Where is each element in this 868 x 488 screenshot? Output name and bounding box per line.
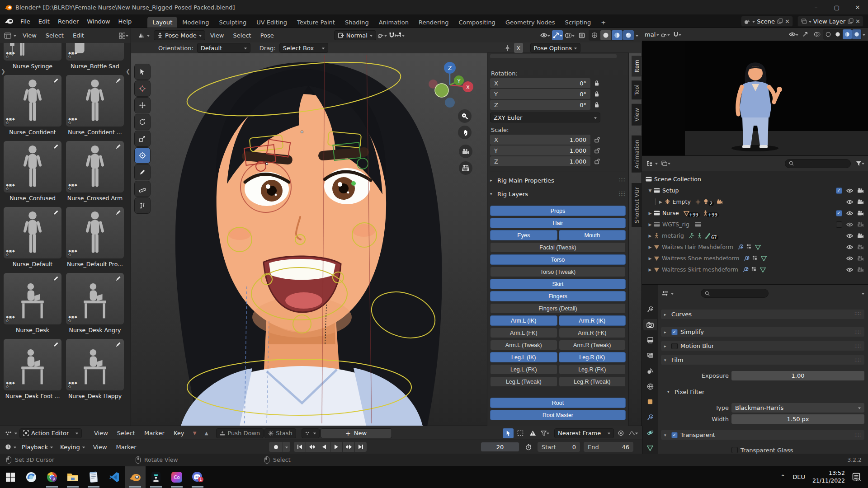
rotation-y-field[interactable]: Y0° [490, 89, 590, 99]
tab-view-layer-properties[interactable] [643, 350, 657, 361]
rig-main-properties-panel[interactable]: ▸Rig Main Properties :::::::: [490, 175, 626, 186]
n-panel-tab-item[interactable]: Item [632, 56, 642, 76]
view-layer-selector[interactable]: View Layer ✕ [797, 16, 863, 27]
snapping-button[interactable] [389, 30, 405, 40]
render-disabled-icon[interactable] [857, 222, 864, 227]
menu-window[interactable]: Window [83, 18, 114, 25]
rotation-mode-dropdown[interactable]: ZXY Euler [490, 113, 600, 122]
tool-rotate[interactable] [135, 114, 150, 130]
hide-eye-icon[interactable] [846, 222, 854, 227]
outliner-filter-button[interactable] [854, 159, 865, 169]
render-disabled-icon[interactable] [857, 256, 864, 261]
workspace-tab-uv-editing[interactable]: UV Editing [251, 17, 292, 28]
outliner-search-input[interactable] [785, 159, 851, 168]
shading-wireframe-button[interactable] [589, 30, 600, 40]
motion-blur-checkbox[interactable] [671, 343, 678, 349]
taskbar-clock[interactable]: 13:52 21/11/2022 [812, 469, 845, 484]
taskbar-chrome[interactable]: P [42, 466, 62, 488]
scale-z-field[interactable]: Z1.000 [490, 156, 590, 166]
transform-orientation[interactable]: Normal [334, 30, 376, 40]
expand-icon[interactable]: ▶ [646, 267, 654, 272]
orientation-default-dropdown[interactable]: Default [197, 43, 250, 53]
hide-eye-icon[interactable] [846, 267, 854, 272]
mode-selector[interactable]: Pose Mode [154, 30, 205, 40]
simplify-checkbox[interactable] [671, 329, 678, 335]
drag-mode-dropdown[interactable]: Select Box [279, 43, 328, 53]
tool-move[interactable] [135, 98, 150, 113]
viewport-menu-view[interactable]: View [206, 32, 228, 39]
outliner-row-wgts-rig[interactable]: ▶ WGTS_rig [642, 219, 868, 230]
tab-world-properties[interactable] [643, 380, 657, 392]
taskbar-blender[interactable] [125, 466, 146, 488]
unlink-scene-icon[interactable]: ✕ [785, 18, 790, 25]
hide-eye-icon[interactable] [846, 256, 854, 261]
tab-render-properties[interactable] [643, 319, 657, 330]
falloff-button[interactable] [627, 428, 638, 438]
rig-layer-fingers-detail[interactable]: Fingers (Detail) [490, 303, 626, 314]
gizmos-toggle[interactable] [552, 30, 563, 40]
add-workspace-button[interactable]: + [596, 17, 611, 28]
asset-tile[interactable]: ◆▣◆◇Nurse_Default Pro... [66, 207, 124, 269]
dope-menu-view[interactable]: View [90, 430, 112, 436]
rotation-x-field[interactable]: X0° [490, 78, 590, 88]
workspace-tab-shading[interactable]: Shading [340, 17, 374, 28]
render-camera-icon[interactable] [857, 199, 864, 205]
menu-render[interactable]: Render [54, 18, 83, 25]
collection-checkbox[interactable] [836, 210, 842, 216]
taskbar-discord[interactable]: 1 [187, 466, 208, 488]
play-reverse-button[interactable] [318, 442, 330, 452]
outliner-row-hair-meshdeform[interactable]: ▶ Waitres Hair Meshdeform [642, 241, 868, 253]
tool-annotate[interactable] [135, 164, 150, 180]
minimize-button[interactable]: – [806, 0, 826, 14]
asset-tile[interactable]: ◆▣◆◇Nurse_Desk Foot ... [4, 339, 61, 401]
mirror-cursor-icon[interactable] [502, 43, 513, 53]
lock-icon[interactable] [594, 91, 599, 97]
panel-curves[interactable]: ▸Curves :::::::: [661, 310, 864, 319]
start-button[interactable] [0, 466, 21, 488]
outliner-editor-type[interactable] [645, 159, 659, 169]
n-panel-tab-animation[interactable]: Animation [632, 136, 642, 173]
object-visibility-button[interactable] [540, 30, 551, 40]
zoom-view-button[interactable] [458, 109, 472, 123]
filter-button[interactable] [539, 428, 550, 438]
menu-help[interactable]: Help [114, 18, 136, 25]
stash-button[interactable]: Stash [264, 428, 296, 438]
viewport-editor-type[interactable] [135, 30, 153, 40]
auto-keying-options[interactable] [283, 442, 290, 452]
workspace-tab-sculpting[interactable]: Sculpting [214, 17, 251, 28]
tab-output-properties[interactable] [643, 334, 657, 346]
tool-transform[interactable] [135, 148, 150, 163]
tray-expand-chevron[interactable]: ⌃ [780, 474, 785, 480]
frame-end-field[interactable]: End 46 [584, 442, 633, 452]
render-camera-icon[interactable] [857, 211, 864, 216]
dope-menu-key[interactable]: Key [170, 430, 189, 436]
scale-y-field[interactable]: Y1.000 [490, 145, 590, 155]
tab-object-properties[interactable] [643, 396, 657, 408]
workspace-tab-geometry-nodes[interactable]: Geometry Nodes [500, 17, 560, 28]
tool-scale[interactable] [135, 131, 150, 146]
new-view-layer-icon[interactable] [847, 18, 854, 24]
rig-layer-arm-l-tweak[interactable]: Arm.L (Tweak) [490, 340, 557, 350]
n-panel-tab-tool[interactable]: Tool [632, 80, 642, 99]
tab-tool-properties[interactable] [643, 304, 657, 315]
drag-grip-icon[interactable]: :::::::: [619, 192, 626, 196]
taskbar-browser[interactable] [21, 466, 42, 488]
render-disabled-icon[interactable] [857, 244, 864, 250]
auto-keying-button[interactable] [269, 442, 283, 452]
asset-tile[interactable]: ◆▣◆◇Nurse_Desk Angry [66, 273, 124, 335]
camera-view-button[interactable] [459, 145, 472, 158]
next-keyframe-button[interactable] [343, 442, 354, 452]
shading-material-button[interactable] [612, 30, 623, 40]
expand-icon[interactable]: ▼ [646, 188, 654, 193]
taskbar-file-explorer[interactable] [62, 466, 83, 488]
taskbar-notepad[interactable] [83, 466, 104, 488]
menu-file[interactable]: File [16, 18, 34, 25]
tab-physics-properties[interactable] [643, 427, 657, 438]
expand-icon[interactable]: ▶ [646, 234, 654, 238]
workspace-tab-scripting[interactable]: Scripting [560, 17, 596, 28]
expand-icon[interactable]: ▶ [657, 200, 665, 204]
taskbar-filmora[interactable] [146, 466, 166, 488]
tool-pose-breakdowner[interactable] [135, 198, 150, 213]
tool-cursor[interactable] [135, 81, 150, 96]
outliner-row-shoe-meshdeform[interactable]: ▶ Waitress Shoe meshdeform [642, 253, 868, 264]
